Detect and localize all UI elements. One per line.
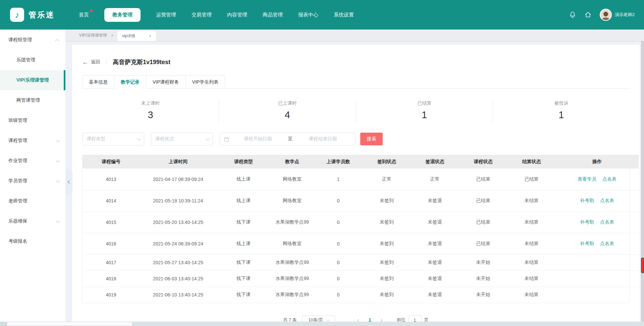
cell-status: 已结束 <box>459 190 507 212</box>
cell-type: 线下课 <box>217 212 270 233</box>
tab-vip-students[interactable]: VIP学生列表 <box>186 75 225 89</box>
nav-item-reports-label: 报表中心 <box>298 12 318 17</box>
cell-checkout: 未签退 <box>411 287 459 303</box>
user-name[interactable]: 演示老师2 <box>615 12 635 18</box>
cell-checkout: 未签退 <box>411 190 459 212</box>
start-date-placeholder: 课程开始日期 <box>229 136 287 142</box>
window-tab-vip-course[interactable]: VIP/乐理课管理× <box>75 30 117 41</box>
column-header: 上课时间 <box>140 155 217 169</box>
sidebar-item-students[interactable]: 学员管理 <box>0 171 65 191</box>
sidebar-item-online-admin-course[interactable]: 网管课管理 <box>0 90 65 110</box>
chevron-down-icon <box>326 318 330 321</box>
page-title: 高音萨克斯1v199test <box>113 58 170 66</box>
roll-call-link[interactable]: 点名表 <box>600 219 614 225</box>
cell-checkout: 未签退 <box>411 254 459 271</box>
header-divider <box>106 59 107 65</box>
cell-actions: 补考勤点名表 <box>555 190 639 212</box>
horizontal-scrollbar-thumb[interactable] <box>7 322 132 326</box>
cell-type: 线上课 <box>217 233 270 254</box>
sidebar-item-course-groups[interactable]: 课程组管理 <box>0 30 65 50</box>
user-avatar[interactable] <box>600 9 612 21</box>
makeup-attendance-link[interactable]: 补考勤 <box>580 219 594 225</box>
search-button[interactable]: 搜索 <box>360 133 383 145</box>
cell-type: 线下课 <box>217 254 270 271</box>
back-button[interactable]: ← 返回 <box>82 59 100 66</box>
sidebar-item-exam-registration[interactable]: 考级报名 <box>0 231 65 251</box>
stat-label: 被投诉 <box>493 100 630 106</box>
nav-item-system-settings[interactable]: 系统设置 <box>334 12 354 18</box>
nav-item-goods[interactable]: 商品管理 <box>263 12 283 18</box>
sidebar-item-orchestra[interactable]: 乐团管理 <box>0 50 65 70</box>
window-tab-vip-detail[interactable]: vip详情× <box>117 31 156 41</box>
main-nav: 首页教务管理运营管理交易管理内容管理商品管理报表中心系统设置 <box>79 8 369 22</box>
cell-site: 水果湖教学点99 <box>270 271 314 287</box>
tab-teaching-records[interactable]: 教学记录 <box>114 75 146 89</box>
nav-item-transactions[interactable]: 交易管理 <box>192 12 212 18</box>
cell-students: 0 <box>314 254 363 271</box>
nav-item-academic-admin[interactable]: 教务管理 <box>104 8 141 22</box>
sidebar-item-classes[interactable]: 班级管理 <box>0 110 65 131</box>
close-icon[interactable]: × <box>149 34 152 39</box>
nav-item-operations[interactable]: 运营管理 <box>156 12 176 18</box>
table-row: 40172021-05-27 13:40-14:25线下课水果湖教学点990未签… <box>83 254 639 271</box>
sidebar-collapse-handle[interactable] <box>65 169 72 195</box>
sidebar-item-courses[interactable]: 课程管理 <box>0 131 65 151</box>
sidebar-item-instrument-maintenance[interactable]: 乐器维保 <box>0 211 65 231</box>
top-navbar: ♪ 管乐迷 首页教务管理运营管理交易管理内容管理商品管理报表中心系统设置 演示老… <box>0 0 644 30</box>
tab-basic-info[interactable]: 基本信息 <box>82 75 114 89</box>
chevron-left-icon <box>67 180 71 184</box>
sidebar-item-homework[interactable]: 作业管理 <box>0 151 65 171</box>
makeup-attendance-link[interactable]: 补考勤 <box>580 198 594 203</box>
app-logo[interactable]: ♪ <box>10 8 24 22</box>
stat-value: 3 <box>82 109 219 121</box>
cell-time: 2021-06-03 13:40-14:25 <box>140 271 217 287</box>
nav-item-home[interactable]: 首页 <box>79 12 89 18</box>
main-area: VIP/乐理课管理×vip详情× ← 返回 高音萨克斯1v199test 基本信… <box>65 30 644 326</box>
column-header: 教学点 <box>270 155 314 169</box>
course-type-select[interactable]: 课程类型 <box>82 133 144 145</box>
horizontal-scrollbar-track[interactable] <box>0 322 644 326</box>
roll-call-link[interactable]: 点名表 <box>600 241 614 246</box>
course-status-select[interactable]: 课程状态 <box>151 133 213 145</box>
cell-status: 未开始 <box>459 287 507 303</box>
music-note-icon: ♪ <box>15 10 19 19</box>
close-icon[interactable]: × <box>111 33 114 38</box>
nav-item-transactions-label: 交易管理 <box>192 12 212 17</box>
column-header: 上课学员数 <box>314 155 363 169</box>
table-header-row: 课程编号上课时间课程类型教学点上课学员数签到状态签退状态课程状态结算状态操作 <box>83 155 639 169</box>
bell-icon[interactable] <box>569 11 576 18</box>
sidebar-item-homework-label: 作业管理 <box>8 158 27 164</box>
tab-vip-finance[interactable]: VIP课程财务 <box>146 75 186 89</box>
cell-status: 已结束 <box>459 169 507 190</box>
makeup-attendance-link[interactable]: 补考勤 <box>580 241 594 246</box>
date-range-picker[interactable]: 课程开始日期 至 课程结束日期 <box>220 133 356 145</box>
cell-settle: 未结算 <box>507 287 555 303</box>
cell-type: 线下课 <box>217 287 270 303</box>
nav-item-reports[interactable]: 报表中心 <box>298 12 318 18</box>
roll-call-link[interactable]: 点名表 <box>602 176 616 182</box>
roll-call-link[interactable]: 点名表 <box>600 198 614 203</box>
back-label: 返回 <box>91 59 100 65</box>
home-icon[interactable] <box>584 11 592 18</box>
sidebar-item-teachers[interactable]: 老师管理 <box>0 191 65 211</box>
content-area: ← 返回 高音萨克斯1v199test 基本信息教学记录VIP课程财务VIP学生… <box>65 41 644 326</box>
sidebar-item-vip-music-theory[interactable]: VIP/乐理课管理 <box>0 70 65 90</box>
cell-time: 2021-05-18 10:39-11:24 <box>140 190 217 212</box>
cell-students: 0 <box>314 271 363 287</box>
end-date-placeholder: 课程结束日期 <box>294 136 352 142</box>
stat-box: 已上课时4 <box>219 100 356 123</box>
cell-id: 4014 <box>83 190 140 212</box>
vertical-scrollbar-track[interactable] <box>641 30 644 322</box>
stat-label: 已上课时 <box>219 100 356 106</box>
cell-checkin: 未签到 <box>363 212 411 233</box>
view-students-link[interactable]: 查看学员 <box>578 176 596 182</box>
cell-id: 4018 <box>83 271 140 287</box>
stat-value: 1 <box>356 109 493 121</box>
cell-id: 4013 <box>83 169 140 190</box>
nav-item-content[interactable]: 内容管理 <box>227 12 247 18</box>
cell-status: 未开始 <box>459 254 507 271</box>
cell-checkin: 未签到 <box>363 287 411 303</box>
vertical-scrollbar-thumb[interactable] <box>641 258 644 273</box>
cell-checkin: 未签到 <box>363 190 411 212</box>
avatar-figure <box>603 12 608 16</box>
